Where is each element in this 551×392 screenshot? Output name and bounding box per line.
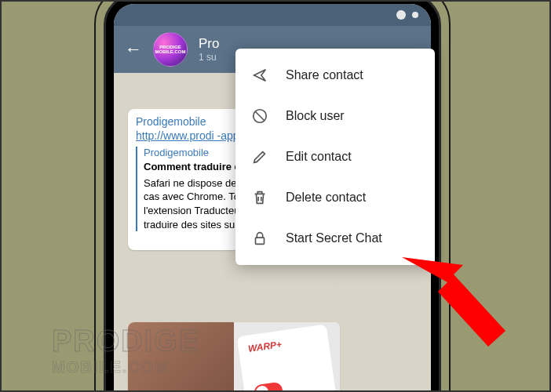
- svg-line-1: [256, 112, 265, 121]
- avatar[interactable]: PRODIGE MOBILE.COM: [153, 32, 188, 67]
- image-left: [128, 322, 234, 392]
- menu-item-label: Block user: [286, 109, 345, 123]
- delete-icon: [251, 189, 268, 206]
- context-menu: Share contact Block user Edit contact De…: [235, 49, 435, 265]
- edit-icon: [251, 148, 268, 165]
- menu-item-label: Delete contact: [286, 191, 366, 205]
- status-bar: [114, 4, 431, 26]
- chat-subtitle: 1 su: [199, 52, 219, 63]
- header-title-block[interactable]: Pro 1 su: [199, 36, 219, 63]
- menu-block-user[interactable]: Block user: [235, 96, 435, 136]
- image-message[interactable]: WARP+: [128, 322, 340, 392]
- share-icon: [251, 67, 268, 84]
- menu-item-label: Start Secret Chat: [286, 231, 382, 245]
- back-arrow-icon[interactable]: ←: [125, 39, 142, 60]
- menu-start-secret-chat[interactable]: Start Secret Chat: [235, 218, 435, 259]
- lock-icon: [251, 230, 268, 247]
- svg-rect-2: [256, 238, 265, 244]
- menu-share-contact[interactable]: Share contact: [235, 55, 435, 96]
- status-indicator: [396, 10, 406, 20]
- image-right: WARP+: [234, 322, 340, 392]
- status-indicator: [412, 12, 418, 18]
- menu-edit-contact[interactable]: Edit contact: [235, 136, 435, 177]
- block-icon: [251, 107, 268, 125]
- menu-item-label: Edit contact: [286, 150, 352, 164]
- warp-label: WARP+: [247, 339, 283, 354]
- warp-toggle-icon: [254, 382, 283, 392]
- menu-item-label: Share contact: [286, 68, 363, 82]
- chat-title: Pro: [199, 36, 219, 52]
- menu-delete-contact[interactable]: Delete contact: [235, 177, 435, 218]
